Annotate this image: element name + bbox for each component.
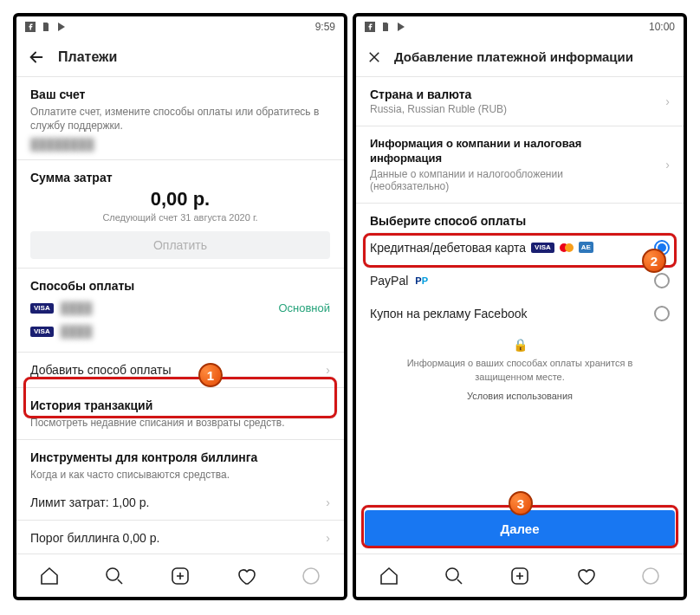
amex-icon: AE [579, 242, 593, 253]
account-id-masked: ████████ [30, 138, 330, 151]
lock-icon: 🔒 [382, 337, 658, 354]
visa-icon: VISA [531, 243, 554, 253]
paypal-icon: PP [415, 275, 428, 286]
home-icon[interactable] [39, 566, 60, 586]
chevron-right-icon: › [665, 94, 670, 108]
primary-badge: Основной [278, 301, 330, 314]
back-arrow-icon[interactable] [27, 48, 46, 67]
next-button[interactable]: Далее [365, 510, 675, 547]
app-bar: Платежи [16, 37, 344, 77]
close-icon[interactable] [366, 49, 382, 65]
spend-amount: 0,00 р. [30, 188, 330, 210]
radio-icon [654, 306, 670, 321]
new-post-icon[interactable] [170, 566, 191, 586]
facebook-icon [365, 22, 375, 32]
terms-link[interactable]: Условия использования [356, 391, 684, 406]
svg-point-5 [446, 568, 458, 580]
svg-point-3 [303, 568, 319, 584]
facebook-icon [25, 22, 36, 32]
chevron-right-icon: › [665, 158, 670, 172]
chevron-right-icon: › [326, 495, 330, 509]
country-currency-row[interactable]: Страна и валюта Russia, Russian Ruble (R… [356, 77, 684, 126]
option-facebook-coupon[interactable]: Купон на рекламу Facebook [356, 297, 684, 330]
radio-selected-icon [654, 240, 670, 256]
account-desc: Оплатите счет, измените способы оплаты и… [30, 105, 330, 133]
new-post-icon[interactable] [509, 566, 530, 586]
status-bar: 10:00 [356, 16, 684, 37]
business-info-row[interactable]: Информация о компании и налоговая информ… [356, 126, 684, 204]
payment-methods-heading: Способы оплаты [30, 279, 330, 293]
option-paypal[interactable]: PayPal PP [356, 264, 684, 297]
payment-method-row[interactable]: VISA████ Основной [30, 296, 330, 320]
history-heading: История транзакций [30, 398, 330, 412]
next-bill: Следующий счет 31 августа 2020 г. [30, 212, 330, 223]
bottom-tab-bar [356, 554, 684, 597]
home-icon[interactable] [379, 566, 399, 586]
svg-point-7 [643, 568, 658, 584]
search-icon[interactable] [444, 566, 464, 586]
radio-icon [654, 273, 670, 288]
play-store-icon [396, 22, 406, 32]
clock: 9:59 [315, 21, 335, 33]
heart-icon[interactable] [236, 566, 256, 586]
play-store-icon [56, 22, 67, 32]
secure-info-text: Информация о ваших способах оплаты храни… [382, 357, 658, 384]
choose-method-heading: Выберите способ оплаты [370, 214, 670, 228]
chevron-right-icon: › [326, 531, 330, 545]
history-desc: Посмотреть недавние списания и возвраты … [30, 416, 330, 430]
billing-threshold-row[interactable]: Порог биллинга 0,00 р. › [16, 521, 344, 555]
page-title: Добавление платежной информации [394, 49, 633, 64]
mastercard-icon [560, 243, 574, 252]
bottom-tab-bar [16, 554, 344, 597]
billing-tools-desc: Когда и как часто списываются средства. [30, 468, 330, 482]
heart-icon[interactable] [575, 566, 596, 586]
page-title: Платежи [58, 49, 117, 65]
add-payment-method-button[interactable]: Добавить способ оплаты › [16, 353, 344, 388]
visa-icon: VISA [30, 327, 54, 337]
account-heading: Ваш счет [30, 87, 330, 101]
sdcard-icon [41, 22, 51, 32]
spend-heading: Сумма затрат [30, 171, 330, 184]
payment-method-row[interactable]: VISA████ [30, 320, 330, 343]
option-credit-card[interactable]: Кредитная/дебетовая карта VISA AE [356, 231, 684, 264]
profile-icon[interactable] [640, 566, 661, 586]
profile-icon[interactable] [301, 566, 321, 586]
sdcard-icon [380, 22, 391, 32]
visa-icon: VISA [30, 303, 54, 314]
pay-button[interactable]: Оплатить [30, 231, 330, 259]
chevron-right-icon: › [326, 363, 330, 377]
billing-tools-heading: Инструменты для контроля биллинга [30, 450, 330, 464]
spend-limit-row[interactable]: Лимит затрат: 1,00 р. › [16, 485, 344, 521]
svg-point-1 [107, 568, 119, 580]
search-icon[interactable] [104, 566, 125, 586]
status-bar: 9:59 [16, 16, 344, 37]
clock: 10:00 [649, 21, 675, 33]
app-bar: Добавление платежной информации [356, 37, 684, 77]
